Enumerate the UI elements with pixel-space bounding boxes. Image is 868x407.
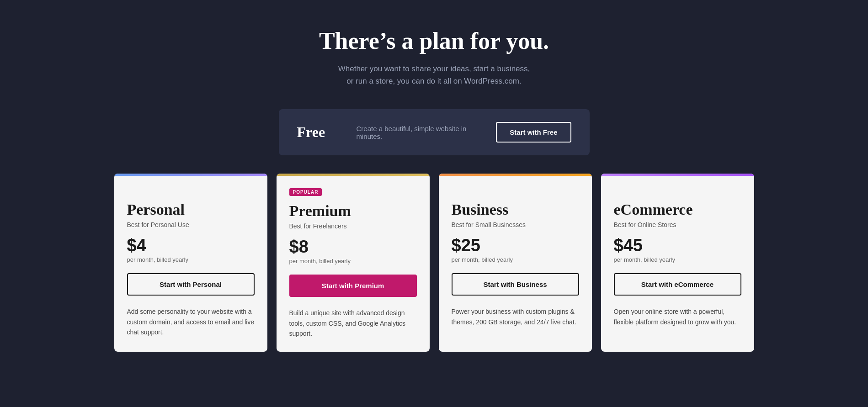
plans-grid: Personal Best for Personal Use $4 per mo… xyxy=(114,174,754,351)
start-personal-button[interactable]: Start with Personal xyxy=(127,273,255,296)
premium-plan-tagline: Best for Freelancers xyxy=(289,222,417,230)
personal-plan-price: $4 xyxy=(127,236,255,255)
free-plan-banner: Free Create a beautiful, simple website … xyxy=(279,109,590,155)
ecommerce-plan-price: $45 xyxy=(614,236,741,255)
personal-plan-price-note: per month, billed yearly xyxy=(127,256,255,263)
start-ecommerce-button[interactable]: Start with eCommerce xyxy=(614,273,741,296)
business-plan-price-note: per month, billed yearly xyxy=(452,256,579,263)
ecommerce-plan-tagline: Best for Online Stores xyxy=(614,221,741,228)
hero-subtitle: Whether you want to share your ideas, st… xyxy=(319,63,549,87)
premium-plan-name: Premium xyxy=(289,202,417,220)
hero-title: There’s a plan for you. xyxy=(319,27,549,54)
personal-plan-name: Personal xyxy=(127,201,255,218)
business-plan-name: Business xyxy=(452,201,579,218)
premium-plan-description: Build a unique site with advanced design… xyxy=(289,308,417,338)
free-plan-description: Create a beautiful, simple website in mi… xyxy=(357,125,478,140)
personal-plan-card: Personal Best for Personal Use $4 per mo… xyxy=(114,174,267,351)
start-free-button[interactable]: Start with Free xyxy=(496,122,571,143)
hero-section: There’s a plan for you. Whether you want… xyxy=(319,27,549,87)
ecommerce-plan-price-note: per month, billed yearly xyxy=(614,256,741,263)
business-plan-tagline: Best for Small Businesses xyxy=(452,221,579,228)
premium-plan-price-note: per month, billed yearly xyxy=(289,258,417,264)
ecommerce-plan-description: Open your online store with a powerful, … xyxy=(614,307,741,327)
start-business-button[interactable]: Start with Business xyxy=(452,273,579,296)
start-premium-button[interactable]: Start with Premium xyxy=(289,275,417,297)
free-plan-name: Free xyxy=(297,124,338,141)
business-plan-description: Power your business with custom plugins … xyxy=(452,307,579,327)
business-plan-card: Business Best for Small Businesses $25 p… xyxy=(439,174,592,351)
popular-badge: POPULAR xyxy=(289,188,322,196)
premium-plan-price: $8 xyxy=(289,237,417,257)
business-plan-price: $25 xyxy=(452,236,579,255)
personal-plan-description: Add some personality to your website wit… xyxy=(127,307,255,337)
ecommerce-plan-name: eCommerce xyxy=(614,201,741,218)
premium-plan-card: POPULAR Premium Best for Freelancers $8 … xyxy=(277,174,430,351)
personal-plan-tagline: Best for Personal Use xyxy=(127,221,255,228)
ecommerce-plan-card: eCommerce Best for Online Stores $45 per… xyxy=(601,174,754,351)
